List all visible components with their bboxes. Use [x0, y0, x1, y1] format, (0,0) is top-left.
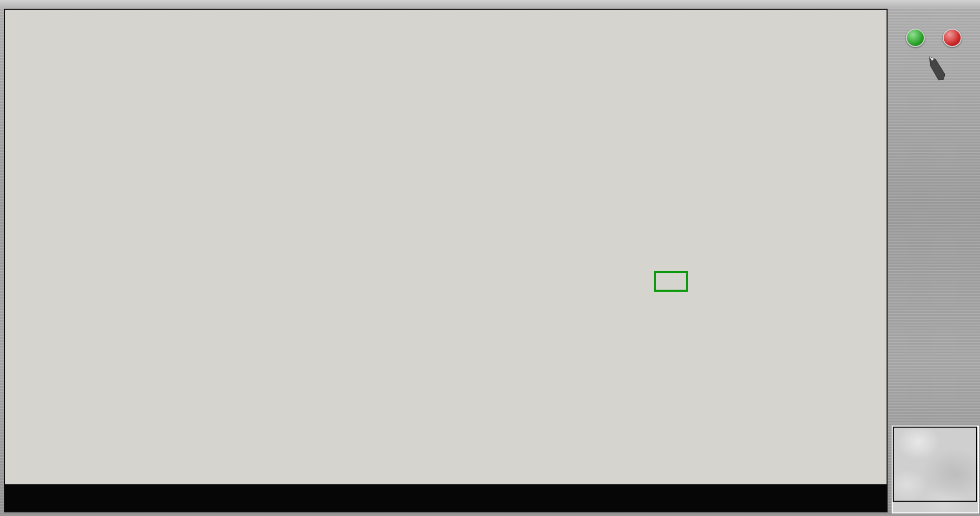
- minimap-viewport-rect: [893, 427, 977, 502]
- overview-map[interactable]: [892, 426, 979, 513]
- app-window: [0, 0, 980, 516]
- menu-bar: [0, 0, 980, 8]
- map-canvas[interactable]: [0, 0, 980, 516]
- artpkt-marker-box[interactable]: [654, 271, 688, 292]
- end-button[interactable]: [943, 29, 962, 47]
- grease-pencil-cursor: [927, 56, 950, 84]
- start-button[interactable]: [906, 29, 925, 47]
- control-panel: [888, 9, 980, 516]
